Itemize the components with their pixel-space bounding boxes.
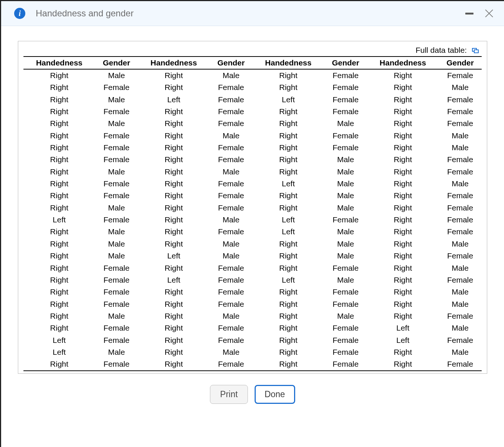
print-button[interactable]: Print [210, 385, 248, 404]
table-row: RightFemaleRightFemaleRightFemaleRightFe… [23, 106, 482, 118]
column-header: Handedness [138, 57, 210, 69]
table-cell: Female [324, 130, 367, 142]
table-cell: Right [138, 298, 210, 310]
table-row: RightMaleRightMaleRightMaleRightMale [23, 238, 482, 250]
table-cell: Female [324, 81, 367, 93]
table-cell: Right [23, 262, 95, 274]
table-row: RightFemaleRightMaleRightFemaleRightMale [23, 130, 482, 142]
table-cell: Right [367, 178, 438, 190]
table-row: RightMaleLeftMaleRightMaleRightFemale [23, 250, 482, 262]
table-row: LeftFemaleRightFemaleRightFemaleLeftFema… [23, 334, 482, 346]
table-cell: Female [324, 262, 367, 274]
table-cell: Right [23, 286, 95, 298]
dialog-content: Full data table: HandednessGenderHandedn… [1, 26, 504, 404]
table-cell: Right [138, 142, 210, 154]
table-row: RightMaleRightMaleRightMaleRightFemale [23, 166, 482, 178]
table-row: RightMaleRightFemaleRightMaleRightFemale [23, 118, 482, 129]
data-table: HandednessGenderHandednessGenderHandedne… [23, 56, 482, 371]
table-cell: Left [252, 94, 324, 106]
table-cell: Right [23, 81, 95, 93]
table-cell: Female [95, 286, 138, 298]
table-cell: Female [438, 358, 482, 370]
table-cell: Female [324, 69, 367, 81]
table-cell: Female [210, 202, 253, 214]
table-row: RightMaleRightMaleRightMaleRightFemale [23, 310, 482, 322]
table-cell: Right [138, 106, 210, 118]
table-cell: Male [95, 94, 138, 106]
table-cell: Male [95, 238, 138, 250]
popout-icon[interactable] [472, 48, 479, 53]
table-cell: Right [367, 262, 438, 274]
table-cell: Female [324, 358, 367, 370]
table-cell: Male [210, 69, 253, 81]
table-cell: Right [138, 262, 210, 274]
table-cell: Right [252, 322, 324, 334]
table-cell: Right [252, 286, 324, 298]
table-cell: Right [138, 154, 210, 165]
table-cell: Right [367, 214, 438, 226]
table-cell: Male [438, 322, 482, 334]
table-cell: Right [252, 166, 324, 178]
table-cell: Right [252, 310, 324, 322]
table-cell: Right [367, 298, 438, 310]
table-row: LeftMaleRightMaleRightFemaleRightMale [23, 346, 482, 358]
table-cell: Right [138, 166, 210, 178]
table-cell: Male [324, 238, 367, 250]
table-row: RightFemaleRightFemaleRightMaleRightFema… [23, 190, 482, 202]
table-frame: Full data table: HandednessGenderHandedn… [18, 41, 487, 374]
table-cell: Female [95, 298, 138, 310]
table-row: RightFemaleRightFemaleRightFemaleLeftMal… [23, 322, 482, 334]
window-controls [465, 9, 494, 18]
table-cell: Right [23, 178, 95, 190]
table-cell: Female [95, 214, 138, 226]
table-row: RightFemaleRightFemaleRightFemaleRightMa… [23, 298, 482, 310]
table-cell: Female [95, 130, 138, 142]
table-cell: Female [438, 334, 482, 346]
table-cell: Right [367, 202, 438, 214]
table-cell: Right [138, 310, 210, 322]
table-cell: Male [438, 346, 482, 358]
table-cell: Right [252, 262, 324, 274]
dialog-title: Handedness and gender [36, 8, 465, 19]
table-cell: Female [210, 142, 253, 154]
table-row: RightMaleLeftFemaleLeftFemaleRightFemale [23, 94, 482, 106]
table-caption: Full data table: [23, 46, 482, 56]
table-cell: Female [324, 286, 367, 298]
table-cell: Male [438, 130, 482, 142]
table-cell: Female [210, 286, 253, 298]
table-row: RightMaleRightFemaleRightMaleRightFemale [23, 202, 482, 214]
table-cell: Right [23, 166, 95, 178]
table-cell: Right [138, 346, 210, 358]
table-cell: Male [324, 202, 367, 214]
table-cell: Right [23, 274, 95, 286]
table-cell: Female [438, 310, 482, 322]
table-cell: Female [438, 214, 482, 226]
info-icon: i [14, 8, 25, 19]
table-cell: Male [210, 238, 253, 250]
table-cell: Left [252, 178, 324, 190]
table-cell: Female [210, 262, 253, 274]
table-cell: Right [138, 178, 210, 190]
table-cell: Left [367, 334, 438, 346]
table-cell: Right [367, 190, 438, 202]
table-cell: Female [95, 142, 138, 154]
table-cell: Female [210, 94, 253, 106]
done-button[interactable]: Done [255, 385, 295, 404]
column-header: Handedness [367, 57, 438, 69]
table-cell: Male [438, 286, 482, 298]
table-cell: Right [23, 322, 95, 334]
close-icon[interactable] [485, 9, 494, 18]
table-cell: Male [95, 166, 138, 178]
table-cell: Right [252, 81, 324, 93]
minimize-icon[interactable] [465, 13, 473, 15]
table-cell: Female [438, 154, 482, 165]
table-cell: Right [252, 334, 324, 346]
table-cell: Female [324, 346, 367, 358]
table-cell: Right [23, 226, 95, 238]
table-cell: Right [23, 202, 95, 214]
table-cell: Right [367, 358, 438, 370]
table-cell: Right [23, 238, 95, 250]
table-cell: Female [324, 322, 367, 334]
table-cell: Right [23, 250, 95, 262]
table-cell: Right [23, 358, 95, 370]
